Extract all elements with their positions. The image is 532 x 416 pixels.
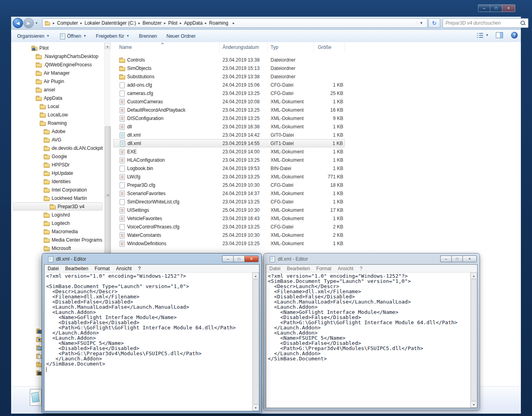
- tree-item[interactable]: Identities: [11, 177, 104, 186]
- tree-item[interactable]: .QtWebEngineProcess: [11, 60, 104, 69]
- tree-item[interactable]: Media Center Programs: [11, 236, 104, 244]
- menu-item[interactable]: ?: [356, 266, 366, 271]
- file-row[interactable]: add-ons.cfg 24.04.2019 15:06 CFG-Datei 1…: [113, 81, 345, 89]
- file-row[interactable]: VoiceControlPhrases.cfg 23.04.2019 13:25…: [113, 223, 345, 231]
- tree-item[interactable]: Air Plugin: [11, 77, 104, 85]
- scroll-up-icon[interactable]: ▲: [470, 273, 477, 279]
- file-row[interactable]: cameras.cfg 23.04.2019 13:25 CFG-Datei 2…: [113, 89, 345, 97]
- breadcrumb-item[interactable]: Benutzer: [143, 20, 162, 26]
- tree-item[interactable]: Air Manager: [11, 69, 104, 77]
- file-row[interactable]: Prepar3D.cfg 25.04.2019 10:30 CFG-Datei …: [113, 181, 345, 189]
- menu-item[interactable]: Ansicht: [113, 266, 135, 271]
- scrollbar-thumb[interactable]: [253, 279, 259, 404]
- menu-item[interactable]: Ansicht: [335, 266, 356, 271]
- file-row[interactable]: HLAConfiguration 23.04.2019 13:25 XML-Do…: [113, 156, 345, 164]
- scrollbar-thumb[interactable]: [105, 126, 111, 265]
- change-view-icon[interactable]: [477, 33, 484, 38]
- file-row[interactable]: Controls 23.04.2019 13:38 Dateiordner: [113, 56, 345, 64]
- breadcrumb-item[interactable]: Roaming: [209, 20, 228, 26]
- editor2-title-bar[interactable]: dll.xml - Editor – □ ×: [266, 253, 478, 264]
- help-icon[interactable]: ?: [511, 32, 518, 39]
- breadcrumb-item[interactable]: Computer: [57, 20, 78, 26]
- menu-item[interactable]: Datei: [266, 266, 284, 271]
- tree-item[interactable]: Local: [11, 102, 104, 110]
- file-row[interactable]: dll.xml 23.04.2019 14:42 GIT0-Datei 1 KB: [113, 131, 345, 139]
- tree-item[interactable]: Adobe: [11, 127, 104, 135]
- file-row[interactable]: ScenarioFavorites 24.04.2019 14:37 XML-D…: [113, 189, 345, 197]
- address-bar[interactable]: ▸ Computer ▸ Lokaler Datenträger (C:) ▸ …: [42, 18, 428, 28]
- maximize-button[interactable]: □: [451, 255, 462, 262]
- column-header-type[interactable]: Typ: [267, 42, 314, 52]
- open-button[interactable]: Öffnen ▼: [56, 32, 90, 41]
- tree-scrollbar[interactable]: ▲: [104, 43, 110, 264]
- file-row[interactable]: CustomCameras 24.04.2019 10:08 XML-Dokum…: [113, 97, 345, 106]
- menu-item[interactable]: Format: [313, 266, 335, 271]
- breadcrumb-item[interactable]: Pilot: [168, 20, 177, 26]
- editor1-text-area[interactable]: <?xml version="1.0" encoding="Windows-12…: [44, 273, 252, 411]
- scroll-down-icon[interactable]: ▼: [252, 404, 259, 411]
- menu-item[interactable]: Format: [91, 266, 113, 271]
- minimize-button[interactable]: –: [222, 255, 233, 262]
- close-button[interactable]: ×: [502, 4, 515, 12]
- tree-item[interactable]: Google: [11, 152, 104, 161]
- new-folder-button[interactable]: Neuer Ordner: [163, 32, 199, 41]
- tree-item[interactable]: Intel Corporation: [11, 186, 104, 194]
- tree-item[interactable]: LocalLow: [11, 110, 104, 119]
- back-button[interactable]: ◀: [13, 18, 23, 28]
- forward-button[interactable]: ▶: [23, 18, 34, 28]
- column-header-name[interactable]: Name: [113, 42, 220, 52]
- close-button[interactable]: ×: [244, 255, 259, 262]
- menu-item[interactable]: ?: [135, 266, 144, 271]
- tree-item[interactable]: Pilot: [11, 44, 104, 52]
- recent-pages-chevron-icon[interactable]: ▼: [35, 21, 38, 25]
- minimize-button[interactable]: –: [440, 255, 451, 262]
- column-header-date[interactable]: Änderungsdatum: [220, 42, 267, 52]
- file-row[interactable]: DefaultRecordAndPlayback 23.04.2019 13:2…: [113, 106, 345, 114]
- file-row[interactable]: dll.xml 23.04.2019 14:55 GIT1-Datei 1 KB: [113, 139, 345, 147]
- tree-item[interactable]: Logishrd: [11, 211, 104, 219]
- file-row[interactable]: WaterConstants 25.04.2019 10:30 XML-Doku…: [113, 231, 345, 239]
- breadcrumb-item[interactable]: AppData: [184, 20, 203, 26]
- scroll-up-icon[interactable]: ▲: [104, 43, 110, 49]
- menu-item[interactable]: Bearbeiten: [284, 266, 313, 271]
- file-row[interactable]: WindowDefinitions 23.04.2019 13:25 XML-D…: [113, 239, 345, 248]
- preview-pane-icon[interactable]: [496, 32, 503, 38]
- file-row[interactable]: UISettings 25.04.2019 10:30 XML-Dokument…: [113, 206, 345, 214]
- editor1-title-bar[interactable]: dll.xml - Editor – □ ×: [44, 253, 259, 264]
- tree-item[interactable]: Roaming: [11, 119, 104, 127]
- tree-item[interactable]: de.devolo.dLAN.Cockpit: [11, 144, 104, 152]
- scrollbar-thumb[interactable]: [471, 279, 477, 401]
- tree-item[interactable]: Prepar3D v4: [13, 202, 103, 211]
- column-header-size[interactable]: Größe: [314, 42, 345, 52]
- tree-item[interactable]: ansel: [11, 85, 104, 94]
- file-row[interactable]: Substitutions 23.04.2019 13:38 Dateiordn…: [113, 72, 345, 81]
- tree-item[interactable]: HpUpdate: [11, 169, 104, 177]
- file-row[interactable]: Logbook.bin 24.04.2019 19:53 BIN-Datei 1…: [113, 164, 345, 172]
- scroll-down-icon[interactable]: ▼: [470, 401, 477, 408]
- refresh-button[interactable]: ↻: [428, 18, 440, 28]
- file-row[interactable]: SimObjects 23.04.2019 15:13 Dateiordner: [113, 64, 345, 72]
- share-with-button[interactable]: Freigeben für ▼: [92, 32, 133, 41]
- breadcrumb-item[interactable]: Lokaler Datenträger (C:): [85, 20, 136, 26]
- maximize-button[interactable]: □: [233, 255, 244, 262]
- file-row[interactable]: dll 23.04.2019 16:38 XML-Dokument 1 KB: [113, 122, 345, 131]
- search-box[interactable]: Prepar3D v4 durchsuchen: [443, 18, 528, 28]
- file-row[interactable]: LWcfg 23.04.2019 13:25 XML-Dokument 771 …: [113, 172, 345, 181]
- tree-item[interactable]: Logitech: [11, 219, 104, 227]
- minimize-button[interactable]: –: [478, 4, 490, 12]
- tree-item[interactable]: Microsoft: [11, 244, 104, 252]
- tree-item[interactable]: HPPSDr: [11, 161, 104, 169]
- close-button[interactable]: ×: [462, 255, 477, 262]
- menu-item[interactable]: Datei: [44, 266, 62, 271]
- search-icon[interactable]: [520, 20, 526, 26]
- file-row[interactable]: SimDirectorWhiteList.cfg 23.04.2019 13:2…: [113, 197, 345, 206]
- organize-button[interactable]: Organisieren ▼: [14, 32, 53, 41]
- tree-item[interactable]: .NavigraphChartsDesktop: [11, 52, 104, 60]
- maximize-button[interactable]: □: [490, 4, 502, 12]
- chevron-down-icon[interactable]: ▼: [486, 33, 489, 37]
- burn-button[interactable]: Brennen: [135, 32, 161, 41]
- scroll-up-icon[interactable]: ▲: [252, 273, 259, 279]
- file-row[interactable]: DISConfiguration 23.04.2019 13:25 XML-Do…: [113, 114, 345, 122]
- tree-item[interactable]: Macromedia: [11, 227, 104, 236]
- tree-item[interactable]: AppData: [11, 94, 104, 102]
